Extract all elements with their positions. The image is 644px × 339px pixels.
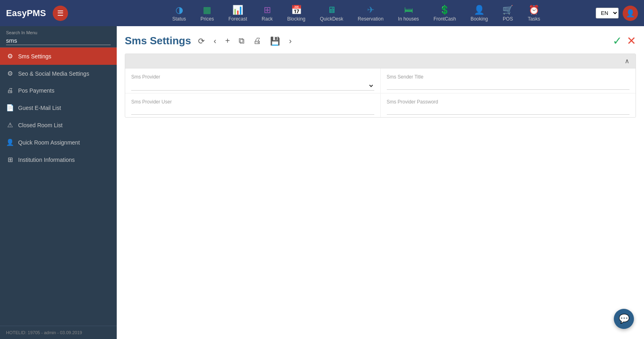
sidebar-item-institution[interactable]: ⊞ Institution Informations — [0, 151, 117, 168]
inhouses-icon: 🛏 — [404, 5, 413, 15]
quickdesk-icon: 🖥 — [327, 5, 336, 15]
nav-reservation[interactable]: ✈ Reservation — [351, 3, 391, 24]
sms-provider-password-label: Sms Provider Password — [387, 99, 630, 105]
nav-quickdesk[interactable]: 🖥 QuickDesk — [313, 3, 351, 24]
sms-provider-password-input[interactable] — [387, 106, 630, 115]
sidebar-search-area: Search In Menu — [0, 26, 117, 48]
sidebar-item-label: Closed Room List — [18, 122, 63, 128]
sms-provider-select[interactable] — [131, 81, 374, 91]
sms-provider-user-input[interactable] — [131, 106, 374, 115]
reservation-icon: ✈ — [367, 5, 374, 15]
sidebar-item-label: Pos Payments — [18, 87, 54, 94]
nav-pos-label: POS — [503, 16, 513, 22]
nav-prices-label: Prices — [200, 16, 214, 22]
nav-rack-label: Rack — [262, 16, 272, 22]
sms-provider-field: Sms Provider — [125, 68, 381, 93]
confirm-button[interactable]: ✓ — [613, 34, 622, 48]
nav-right: EN TR DE 👤 — [596, 6, 644, 21]
status-icon: ◑ — [175, 5, 183, 15]
form-row-1: Sms Provider Sms Sender Title — [125, 68, 636, 93]
sms-provider-user-label: Sms Provider User — [131, 99, 374, 105]
add-button[interactable]: + — [223, 35, 232, 46]
sidebar-item-guest-email[interactable]: 📄 Guest E-Mail List — [0, 99, 117, 116]
pos-icon: 🛒 — [502, 5, 513, 15]
chat-icon: 💬 — [619, 314, 630, 324]
sidebar-item-label: Guest E-Mail List — [18, 105, 61, 111]
nav-forecast-label: Forecast — [228, 16, 247, 22]
user-avatar[interactable]: 👤 — [623, 6, 638, 21]
forward-button[interactable]: › — [287, 35, 294, 46]
nav-pos[interactable]: 🛒 POS — [495, 3, 520, 24]
prices-icon: ▦ — [203, 5, 211, 15]
back-button[interactable]: ‹ — [212, 35, 219, 46]
seo-social-icon: ⚙ — [6, 70, 14, 77]
footer-text: HOTELID: 19705 - admin - 03.09.2019 — [6, 330, 82, 335]
panel-body: Sms Provider Sms Sender Title Sms Provid… — [125, 68, 636, 117]
sidebar-item-quick-room[interactable]: 👤 Quick Room Assignment — [0, 134, 117, 151]
brand: EasyPMS ☰ — [0, 0, 117, 26]
tasks-icon: ⏰ — [528, 5, 539, 15]
forecast-icon: 📊 — [232, 5, 243, 15]
nav-blocking[interactable]: 📅 Blocking — [280, 3, 312, 24]
nav-booking[interactable]: 👤 Booking — [463, 3, 495, 24]
search-input[interactable] — [6, 36, 111, 45]
main-content: Sms Settings ⟳ ‹ + ⧉ 🖨 💾 › ✓ ✕ ∧ Sms Pro… — [117, 26, 644, 339]
nav-inhouses[interactable]: 🛏 In houses — [391, 3, 426, 24]
sidebar-item-label: Seo & Social Media Settings — [18, 70, 89, 77]
language-selector[interactable]: EN TR DE — [596, 8, 619, 19]
sms-provider-label: Sms Provider — [131, 74, 374, 80]
nav-inhouses-label: In houses — [398, 16, 419, 22]
institution-icon: ⊞ — [6, 156, 14, 163]
sidebar-item-seo-social[interactable]: ⚙ Seo & Social Media Settings — [0, 65, 117, 82]
search-label: Search In Menu — [6, 30, 111, 35]
sms-settings-icon: ⚙ — [6, 52, 14, 60]
blocking-icon: 📅 — [291, 5, 302, 15]
booking-icon: 👤 — [474, 5, 485, 15]
page-title: Sms Settings — [125, 35, 191, 47]
sidebar-footer: HOTELID: 19705 - admin - 03.09.2019 — [0, 326, 117, 339]
nav-prices[interactable]: ▦ Prices — [193, 3, 221, 24]
sidebar-menu: ⚙ Sms Settings ⚙ Seo & Social Media Sett… — [0, 48, 117, 326]
print-button[interactable]: 🖨 — [251, 35, 263, 46]
sms-provider-user-field: Sms Provider User — [125, 93, 381, 117]
sidebar-item-label: Quick Room Assignment — [18, 139, 80, 146]
nav-reservation-label: Reservation — [358, 16, 384, 22]
sidebar-item-sms-settings[interactable]: ⚙ Sms Settings — [0, 48, 117, 65]
app-name: EasyPMS — [6, 8, 46, 19]
panel-collapse-button[interactable]: ∧ — [625, 57, 630, 65]
nav-frontcash[interactable]: 💲 FrontCash — [426, 3, 463, 24]
nav-tasks[interactable]: ⏰ Tasks — [520, 3, 547, 24]
sms-sender-title-field: Sms Sender Title — [381, 68, 636, 93]
nav-status[interactable]: ◑ Status — [165, 3, 193, 24]
close-button[interactable]: ✕ — [627, 34, 636, 48]
nav-frontcash-label: FrontCash — [433, 16, 456, 22]
sidebar-item-label: Sms Settings — [18, 53, 51, 60]
page-header: Sms Settings ⟳ ‹ + ⧉ 🖨 💾 › ✓ ✕ — [125, 34, 636, 48]
save-button[interactable]: 💾 — [268, 35, 282, 47]
sms-sender-title-label: Sms Sender Title — [387, 74, 630, 80]
sms-provider-password-field: Sms Provider Password — [381, 93, 636, 117]
rack-icon: ⊞ — [264, 5, 271, 15]
sidebar-item-pos-payments[interactable]: 🖨 Pos Payments — [0, 82, 117, 99]
nav-tasks-label: Tasks — [528, 16, 540, 22]
sms-settings-panel: ∧ Sms Provider Sms Sender Title — [125, 54, 636, 118]
nav-blocking-label: Blocking — [287, 16, 305, 22]
hamburger-button[interactable]: ☰ — [53, 6, 68, 21]
sidebar: Search In Menu ⚙ Sms Settings ⚙ Seo & So… — [0, 26, 117, 339]
frontcash-icon: 💲 — [439, 5, 450, 15]
guest-email-icon: 📄 — [6, 104, 14, 112]
nav-booking-label: Booking — [471, 16, 488, 22]
nav-forecast[interactable]: 📊 Forecast — [221, 3, 254, 24]
history-button[interactable]: ⟳ — [196, 35, 207, 47]
chat-fab[interactable]: 💬 — [614, 309, 634, 329]
sms-sender-title-input[interactable] — [387, 81, 630, 90]
quick-room-icon: 👤 — [6, 138, 14, 146]
form-row-2: Sms Provider User Sms Provider Password — [125, 93, 636, 117]
nav-status-label: Status — [172, 16, 186, 22]
nav-quickdesk-label: QuickDesk — [320, 16, 343, 22]
pos-payments-icon: 🖨 — [6, 87, 14, 94]
sidebar-item-closed-room[interactable]: ⚠ Closed Room List — [0, 116, 117, 134]
nav-rack[interactable]: ⊞ Rack — [254, 3, 280, 24]
panel-header: ∧ — [125, 54, 636, 68]
copy-button[interactable]: ⧉ — [237, 35, 246, 46]
